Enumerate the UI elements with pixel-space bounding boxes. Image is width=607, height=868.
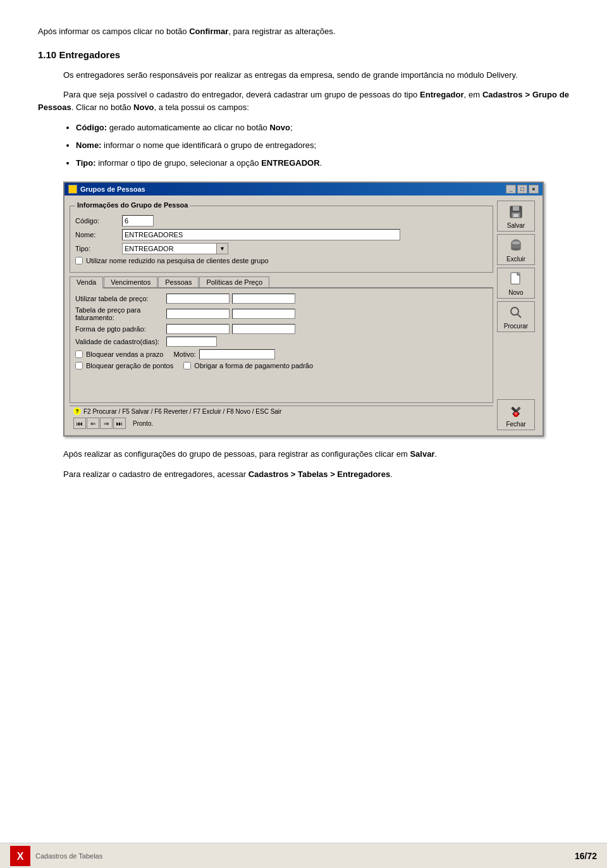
close-window-button[interactable]: ×	[529, 185, 539, 194]
checkbox-bloquear-vendas[interactable]	[75, 350, 83, 358]
svg-point-7	[512, 242, 520, 244]
dialog-icon	[68, 185, 77, 194]
dialog-nav-bar: ⏮ ⇐ ⇒ ⏭ Pronto.	[70, 416, 493, 430]
minimize-button[interactable]: _	[506, 185, 516, 194]
svg-point-6	[512, 248, 520, 251]
save-icon	[507, 203, 525, 221]
tipo-dropdown-arrow[interactable]: ▼	[217, 243, 228, 254]
svg-rect-1	[513, 206, 519, 211]
page-footer: X Cadastros de Tabelas 16/72	[0, 843, 607, 868]
footer-left: X Cadastros de Tabelas	[10, 846, 102, 866]
list-item: Nome: informar o nome que identificará o…	[76, 139, 569, 152]
dialog-titlebar-title: Grupos de Pessoas	[68, 185, 145, 194]
dialog-grupos-de-pessoas: Grupos de Pessoas _ □ × Informações do G…	[63, 182, 544, 437]
dialog-status-bar: ? F2 Procurar / F5 Salvar / F6 Reverter …	[70, 406, 493, 416]
form-row-codigo: Código:	[75, 215, 487, 226]
forma-pgto-input1[interactable]	[166, 324, 230, 334]
dialog-sidebar: Salvar Excluir	[496, 198, 540, 433]
body-paragraph-1: Os entregadores serão responsáveis por r…	[38, 69, 569, 82]
tab-vencimentos[interactable]: Vencimentos	[104, 276, 157, 287]
checkbox-bloquear-vendas-row: Bloquear vendas a prazo Motivo:	[75, 349, 487, 359]
tabela-preco-input2[interactable]	[232, 309, 295, 319]
dialog-titlebar: Grupos de Pessoas _ □ ×	[64, 183, 543, 195]
search-icon	[507, 304, 525, 321]
tab-venda[interactable]: Venda	[70, 276, 103, 288]
help-icon: ?	[73, 407, 81, 415]
post-dialog-paragraph-2: Para realizar o cadastro de entregadores…	[38, 468, 569, 481]
tab-row-utilizar-tabela: Utilizar tabela de preço:	[75, 294, 487, 304]
nav-prev-button[interactable]: ⇐	[87, 418, 99, 429]
validade-input[interactable]	[166, 337, 217, 347]
tab-politicas-de-preco[interactable]: Políticas de Preço	[199, 276, 269, 287]
utilizar-tabela-input1[interactable]	[166, 294, 230, 304]
tabs-bar: Venda Vencimentos Pessoas Políticas de P…	[70, 276, 493, 288]
salvar-button[interactable]: Salvar	[497, 201, 535, 232]
svg-line-12	[518, 314, 522, 318]
list-item: Código: gerado automaticamente ao clicar…	[76, 121, 569, 135]
tipo-dropdown[interactable]: ▼	[122, 243, 228, 254]
novo-button[interactable]: Novo	[497, 268, 535, 299]
tab-pessoas[interactable]: Pessoas	[158, 276, 199, 287]
footer-logo: X	[10, 846, 30, 866]
dialog-main-content: Informações do Grupo de Pessoa Código: N…	[67, 198, 496, 433]
section-title: 1.10 Entregadores	[38, 49, 569, 60]
svg-text:X: X	[17, 851, 24, 862]
checkbox-bloquear-pontos[interactable]	[75, 362, 83, 369]
intro-paragraph: Após informar os campos clicar no botão …	[38, 25, 569, 38]
delete-icon	[507, 237, 525, 254]
utilizar-tabela-input2[interactable]	[232, 294, 295, 304]
checkbox-nome-reduzido: Utilizar nome reduzido na pesquisa de cl…	[75, 257, 487, 264]
form-row-tipo: Tipo: ▼	[75, 243, 487, 254]
tab-content-venda: Utilizar tabela de preço: Tabela de preç…	[70, 288, 493, 403]
list-item: Tipo: informar o tipo de grupo, selecion…	[76, 156, 569, 170]
tabs-container: Venda Vencimentos Pessoas Políticas de P…	[70, 276, 493, 403]
nav-buttons: ⏮ ⇐ ⇒ ⏭	[73, 418, 126, 429]
restore-button[interactable]: □	[517, 185, 527, 194]
codigo-input[interactable]	[122, 215, 154, 226]
tab-row-forma-pgto: Forma de pgto padrão:	[75, 324, 487, 334]
groupbox-info: Informações do Grupo de Pessoa Código: N…	[70, 206, 493, 273]
svg-rect-3	[513, 214, 518, 217]
body-paragraph-2: Para que seja possível o cadastro do ent…	[38, 89, 569, 113]
checkbox-nome-reduzido-input[interactable]	[75, 257, 83, 264]
nav-last-button[interactable]: ⏭	[113, 418, 126, 429]
excluir-button[interactable]: Excluir	[497, 234, 535, 265]
forma-pgto-input2[interactable]	[232, 324, 295, 334]
close-icon	[507, 402, 525, 419]
svg-point-11	[511, 307, 518, 315]
tab-row-validade: Validade de cadastro(dias):	[75, 337, 487, 347]
nav-first-button[interactable]: ⏮	[73, 418, 86, 429]
dialog-wrapper: Grupos de Pessoas _ □ × Informações do G…	[38, 182, 569, 437]
bullets-list: Código: gerado automaticamente ao clicar…	[76, 121, 569, 170]
tab-row-tabela-preco: Tabela de preço parafaturamento:	[75, 306, 487, 321]
titlebar-buttons[interactable]: _ □ ×	[506, 185, 539, 194]
procurar-button[interactable]: Procurar	[497, 301, 535, 332]
fechar-button[interactable]: Fechar	[497, 399, 535, 430]
new-icon	[507, 270, 525, 288]
nome-input[interactable]	[122, 229, 400, 240]
form-row-nome: Nome:	[75, 229, 487, 240]
checkbox-obrigar-forma[interactable]	[183, 362, 191, 369]
tabela-preco-input1[interactable]	[166, 309, 230, 319]
motivo-input[interactable]	[199, 349, 275, 359]
checkbox-bloquear-geração-row: Bloquear geração de pontos Obrigar a for…	[75, 362, 487, 369]
post-dialog-paragraph-1: Após realizar as configurações do grupo …	[38, 448, 569, 461]
tipo-input[interactable]	[122, 243, 217, 254]
dialog-body: Informações do Grupo de Pessoa Código: N…	[64, 195, 543, 435]
nav-next-button[interactable]: ⇒	[100, 418, 113, 429]
